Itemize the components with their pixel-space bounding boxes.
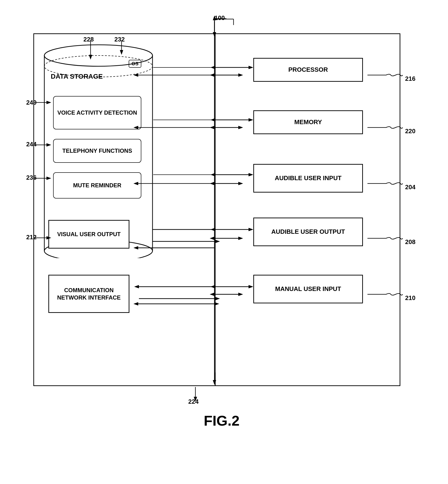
ref-236: 236 (26, 174, 36, 181)
svg-marker-21 (215, 240, 220, 243)
ref-216: 216 (405, 75, 415, 82)
ref-204: 204 (405, 184, 415, 191)
ref-100: 100 (215, 14, 225, 22)
ref-232: 232 (114, 36, 125, 43)
svg-marker-9 (210, 173, 215, 176)
manual-user-input-box: MANUAL USER INPUT (253, 275, 363, 303)
mute-box: MUTE REMINDER (53, 172, 141, 199)
data-storage-label: DATA STORAGE (51, 72, 103, 81)
svg-marker-23 (134, 285, 139, 288)
ref-210: 210 (405, 294, 415, 302)
vad-box: VOICE ACTIVITY DETECTION (53, 96, 141, 129)
ref-240: 240 (26, 99, 36, 106)
svg-marker-15 (210, 285, 215, 288)
svg-marker-8 (248, 173, 253, 176)
svg-marker-14 (248, 285, 253, 288)
processor-box: PROCESSOR (253, 58, 363, 82)
svg-marker-5 (248, 118, 253, 121)
comm-network-box: COMMUNICATION NETWORK INTERFACE (48, 275, 129, 313)
memory-box: MEMORY (253, 110, 363, 134)
svg-marker-2 (248, 66, 253, 69)
telephony-box: TELEPHONY FUNCTIONS (53, 139, 141, 163)
ref-224: 224 (188, 398, 199, 405)
main-box: DATA STORAGE OS VOICE ACTIVITY DETECTION… (33, 33, 400, 386)
ref-212: 212 (26, 234, 36, 241)
audible-user-output-box: AUDIBLE USER OUTPUT (253, 218, 363, 246)
audible-user-input-box: AUDIBLE USER INPUT (253, 164, 363, 193)
diagram-container: 100 (19, 14, 424, 438)
svg-marker-3 (210, 66, 215, 69)
os-badge: OS (129, 60, 141, 68)
ref-208: 208 (405, 238, 415, 246)
ref-228: 228 (83, 36, 94, 43)
ref-220: 220 (405, 128, 415, 135)
svg-marker-12 (210, 228, 215, 231)
svg-marker-11 (248, 228, 253, 231)
svg-marker-25 (215, 297, 220, 300)
visual-user-output-box: VISUAL USER OUTPUT (48, 220, 129, 249)
svg-marker-6 (210, 118, 215, 121)
fig-label: FIG.2 (204, 412, 240, 429)
ref-244: 244 (26, 141, 36, 148)
